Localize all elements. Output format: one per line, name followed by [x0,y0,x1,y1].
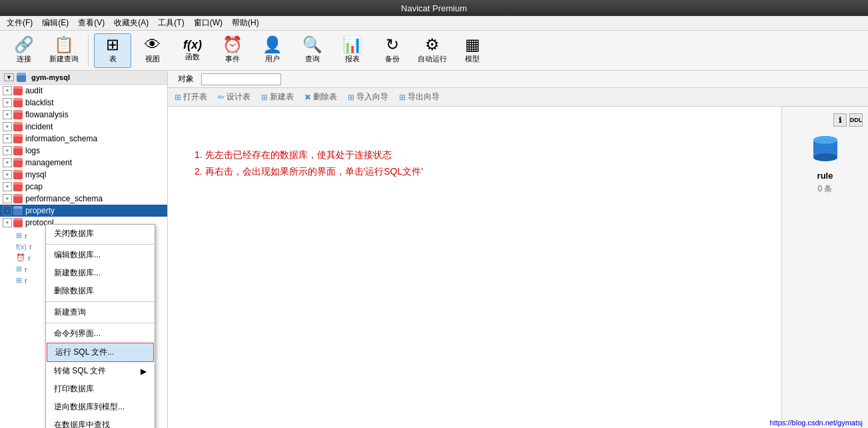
ctx-command-line[interactable]: 命令列界面... [46,325,155,343]
export-wizard-icon: ⊞ [399,93,406,102]
sidebar-label-logs: logs [25,146,40,155]
ctx-run-sql[interactable]: 运行 SQL 文件... [47,343,154,362]
tab-objects[interactable]: 对象 [171,71,201,87]
function-icon: f(x) [183,39,202,51]
ctx-dump-sql-arrow: ▶ [141,367,147,376]
instruction-line1: 1. 先左击已经存在的数据库，使其处于连接状态 [195,147,423,163]
menu-help[interactable]: 帮助(H) [228,16,263,30]
btn-open-table[interactable]: ⊞ 打开表 [171,90,211,104]
ctx-reverse-model[interactable]: 逆向数据库到模型... [46,398,155,416]
btn-new-table[interactable]: ⊞ 新建表 [257,90,298,104]
btn-open-table-label: 打开表 [183,91,207,103]
toolbar-table[interactable]: ⊞ 表 [94,33,131,68]
sidebar: ▼ gym-mysql + audit + blacklist + flowan… [0,71,168,428]
bottom-url: https://blog.csdn.net/gymatsj [770,419,863,427]
ctx-edit-db[interactable]: 编辑数据库... [46,246,155,264]
sidebar-label-performance-schema: performance_schema [25,194,103,203]
menu-window[interactable]: 窗口(W) [190,16,226,30]
expand-mysql[interactable]: + [3,170,12,179]
sidebar-label-mysql: mysql [25,170,46,179]
ctx-sep-2 [46,301,155,302]
expand-blacklist[interactable]: + [3,98,12,107]
sidebar-extra2-label: r [29,243,32,251]
sidebar-item-incident[interactable]: + incident [0,121,167,133]
information-schema-icon [13,134,23,143]
property-icon [13,206,23,215]
sidebar-item-pcap[interactable]: + pcap [0,181,167,193]
expand-management[interactable]: + [3,158,12,167]
btn-delete-table[interactable]: ✖ 删除表 [300,90,341,104]
expand-logs[interactable]: + [3,146,12,155]
toolbar-connect[interactable]: 🔗 连接 [5,33,43,68]
toolbar-report[interactable]: 📊 报表 [334,33,371,68]
mysql-icon [13,170,23,179]
expand-information-schema[interactable]: + [3,134,12,143]
sidebar-item-flowanalysis[interactable]: + flowanalysis [0,109,167,121]
btn-export-wizard[interactable]: ⊞ 导出向导 [395,90,444,104]
connect-icon: 🔗 [14,37,34,53]
sidebar-item-mysql[interactable]: + mysql [0,169,167,181]
sidebar-collapse-icon[interactable]: ▼ [4,73,14,81]
expand-performance-schema[interactable]: + [3,194,12,203]
ctx-sep-3 [46,323,155,323]
sidebar-item-information-schema[interactable]: + information_schema [0,133,167,145]
menu-tools[interactable]: 工具(T) [154,16,188,30]
sidebar-item-audit[interactable]: + audit [0,85,167,97]
sidebar-label-management: management [25,158,72,167]
sidebar-item-performance-schema[interactable]: + performance_schema [0,193,167,205]
toolbar-user[interactable]: 👤 用户 [254,33,291,68]
model-icon: ▦ [465,37,480,53]
toolbar-view[interactable]: 👁 视图 [134,33,171,68]
btn-design-table[interactable]: ✏ 设计表 [214,90,254,104]
menu-view[interactable]: 查看(V) [74,16,109,30]
toolbar-new-query[interactable]: 📋 新建查询 [45,33,83,68]
toolbar-query[interactable]: 🔍 查询 [294,33,331,68]
ctx-dump-sql-label: 转储 SQL 文件 [54,365,106,377]
expand-incident[interactable]: + [3,122,12,131]
incident-icon [13,122,23,131]
ctx-find-in-db[interactable]: 在数据库中查找 [46,416,155,428]
menu-edit[interactable]: 编辑(E) [38,16,73,30]
sidebar-item-blacklist[interactable]: + blacklist [0,97,167,109]
toolbar-event[interactable]: ⏰ 事件 [214,33,251,68]
expand-audit[interactable]: + [3,86,12,95]
performance-schema-icon [13,194,23,203]
btn-delete-table-label: 删除表 [313,91,337,103]
ctx-print-db[interactable]: 打印数据库 [46,380,155,398]
expand-property[interactable]: - [3,206,12,215]
blacklist-icon [13,98,23,107]
toolbar-function[interactable]: f(x) 函数 [174,33,211,68]
ctx-delete-db[interactable]: 删除数据库 [46,282,155,300]
right-header: 对象 [168,71,868,88]
right-panel: 对象 ⊞ 打开表 ✏ 设计表 ⊞ 新建表 ✖ 删除表 ⊞ 导入向导 [168,71,868,428]
toolbar-schedule[interactable]: ⚙ 自动运行 [414,33,451,68]
expand-pcap[interactable]: + [3,182,12,191]
ctx-close-db[interactable]: 关闭数据库 [46,225,155,243]
sidebar-item-logs[interactable]: + logs [0,145,167,157]
toolbar-query-label: 查询 [305,54,320,64]
management-icon [13,158,23,167]
search-input[interactable] [201,73,281,85]
menu-file[interactable]: 文件(F) [3,16,37,30]
toolbar-new-query-label: 新建查询 [49,54,79,64]
event-icon: ⏰ [222,37,242,53]
sidebar-item-management[interactable]: + management [0,157,167,169]
ctx-new-query[interactable]: 新建查询 [46,303,155,321]
info-icon-btn[interactable]: ℹ [833,113,847,127]
flowanalysis-icon [13,110,23,119]
sidebar-extra5-label: r [25,277,27,285]
btn-import-wizard[interactable]: ⊞ 导入向导 [344,90,392,104]
toolbar: 🔗 连接 📋 新建查询 ⊞ 表 👁 视图 f(x) 函数 ⏰ 事件 👤 用户 🔍… [0,31,868,71]
toolbar-backup-label: 备份 [385,54,400,64]
expand-flowanalysis[interactable]: + [3,110,12,119]
menu-favorites[interactable]: 收藏夹(A) [110,16,153,30]
ddl-icon-btn[interactable]: DDL [849,113,863,127]
toolbar-backup[interactable]: ↻ 备份 [374,33,411,68]
sidebar-extra3-label: r [28,254,31,262]
ctx-dump-sql[interactable]: 转储 SQL 文件 ▶ [46,362,155,380]
ctx-new-db[interactable]: 新建数据库... [46,264,155,282]
expand-protocol[interactable]: + [3,218,12,227]
toolbar-model[interactable]: ▦ 模型 [454,33,491,68]
sidebar-item-property[interactable]: - property [0,205,167,217]
new-table-icon: ⊞ [261,93,268,102]
